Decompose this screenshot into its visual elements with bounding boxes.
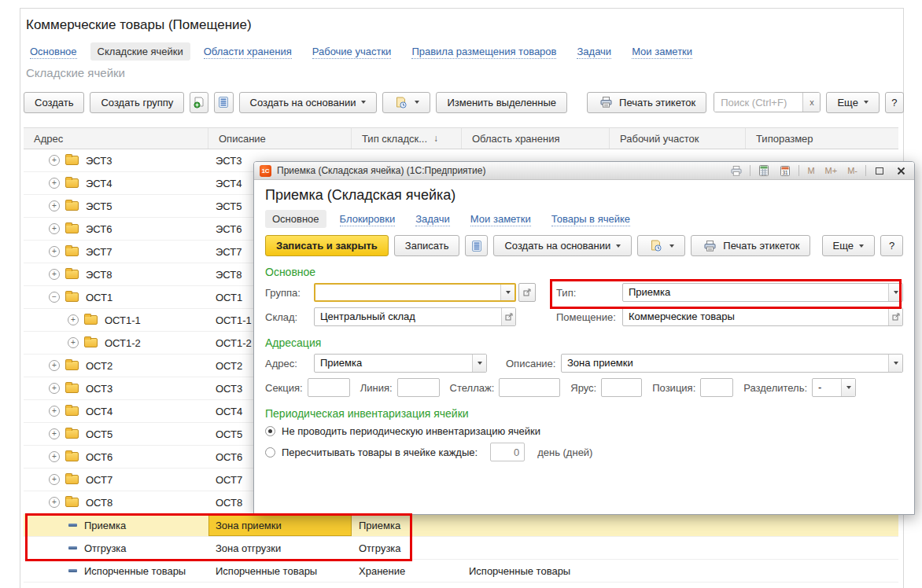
rack-input[interactable] [499,378,560,397]
memory-m-button[interactable]: M [805,166,817,175]
tree-expander-icon[interactable]: + [49,474,60,485]
open-group-button[interactable] [518,283,536,302]
save-and-close-button[interactable]: Записать и закрыть [265,235,389,256]
cell-storage-area[interactable] [462,537,610,559]
cell-description[interactable]: Зона отгрузки [208,537,352,559]
description-field[interactable]: Зона приемки [561,354,903,373]
column-header-description[interactable]: Описание [208,128,352,149]
create-group-button[interactable]: Создать группу [90,92,184,113]
cell-address[interactable]: Испорченные товары [24,560,208,582]
table-row[interactable]: Отгрузка Зона отгрузки Отгрузка [24,537,898,560]
tab-skladskie-yachejki[interactable]: Складские ячейки [90,42,190,61]
cell-address[interactable]: Приемка [24,514,208,536]
dropdown-button[interactable] [888,284,902,301]
cell-size[interactable] [746,514,898,536]
column-header-work-area[interactable]: Рабочий участок [610,128,746,149]
search-input[interactable] [714,93,802,112]
cell-address[interactable]: + ОСТ4 [24,400,208,422]
tree-expander-icon[interactable]: − [49,292,60,303]
cell-address[interactable]: + ОСТ7 [24,469,208,491]
cell-work-area[interactable] [610,537,746,559]
help-button[interactable]: ? [885,92,904,113]
cell-address[interactable]: + ОСТ2 [24,355,208,377]
tree-expander-icon[interactable]: + [49,269,60,280]
open-button[interactable] [888,308,902,325]
cell-address[interactable]: + ЭСТ5 [24,195,208,217]
cell-address[interactable]: + ЭСТ3 [24,149,208,171]
change-selected-button[interactable]: Изменить выделенные [436,92,567,113]
position-input[interactable] [700,378,733,397]
tree-expander-icon[interactable]: + [49,200,60,211]
memory-m-minus-button[interactable]: M- [845,166,860,175]
tree-expander-icon[interactable]: + [68,337,79,348]
dlg-tab-tovary-v-yachejke[interactable]: Товары в ячейке [544,210,637,228]
close-button[interactable] [893,164,909,178]
separator-field[interactable]: - [812,378,856,397]
tree-expander-icon[interactable]: + [49,406,60,417]
group-field[interactable] [314,283,516,302]
calendar-button[interactable]: 31 [777,164,793,178]
cell-work-area[interactable] [610,560,746,582]
dropdown-button[interactable] [472,355,486,372]
create-based-on-button[interactable]: Создать на основании [493,235,632,256]
memory-m-plus-button[interactable]: M+ [823,166,840,175]
tab-pravila-razmeshcheniya[interactable]: Правила размещения товаров [404,42,563,61]
help-button[interactable]: ? [880,235,903,256]
cell-storage-area[interactable] [462,514,610,536]
dlg-tab-blokirovki[interactable]: Блокировки [333,210,403,228]
print-labels-button[interactable]: Печать этикеток [587,92,706,113]
tab-osnovnoe[interactable]: Основное [23,42,84,61]
line-input[interactable] [397,378,440,397]
cell-address[interactable]: + ОСТ3 [24,377,208,399]
section-input[interactable] [308,378,350,397]
cell-address[interactable]: Отгрузка [24,537,208,559]
search-clear-button[interactable]: x [802,93,820,112]
print-preview-button[interactable] [728,164,744,178]
tier-input[interactable] [601,378,642,397]
cell-address[interactable]: + ОСТ1-1 [24,309,208,331]
dlg-tab-zadachi[interactable]: Задачи [408,210,457,228]
cell-address[interactable]: + ЭСТ8 [24,263,208,285]
list-settings-button[interactable] [465,235,488,256]
column-header-type[interactable]: Тип складск...↓ [352,128,462,149]
more-button[interactable]: Еще [822,235,875,256]
dlg-tab-osnovnoe[interactable]: Основное [265,210,326,228]
type-field[interactable]: Приемка [622,283,903,302]
dropdown-button[interactable] [500,285,514,300]
cell-address[interactable]: + ОСТ1-2 [24,332,208,354]
more-button[interactable]: Еще [826,92,879,113]
table-row[interactable]: Приемка Зона приемки Приемка [24,514,898,537]
cell-type[interactable]: Хранение [352,560,462,582]
create-by-copy-button[interactable] [190,92,208,113]
cell-type[interactable]: Приемка [352,514,462,536]
dropdown-button[interactable] [888,355,902,372]
document-history-button[interactable] [637,235,685,256]
cell-description[interactable]: Испорченные товары [208,560,352,582]
tree-expander-icon[interactable]: + [49,178,60,189]
dialog-titlebar[interactable]: 1С Приемка (Складская ячейка) (1С:Предпр… [254,162,914,180]
document-history-button[interactable] [382,92,430,113]
tree-expander-icon[interactable]: + [49,451,60,462]
tab-zadachi[interactable]: Задачи [570,42,618,61]
tab-oblasti-hraneniya[interactable]: Области хранения [197,42,299,61]
room-field[interactable]: Коммерческие товары [622,307,903,326]
cell-address[interactable]: + ОСТ8 [24,491,208,513]
cell-address[interactable]: + ЭСТ4 [24,172,208,194]
cell-description[interactable]: Зона приемки [208,514,352,536]
cell-size[interactable] [746,537,898,559]
create-based-on-button[interactable]: Создать на основании [239,92,378,113]
cell-size[interactable] [746,560,898,582]
tree-expander-icon[interactable]: + [68,314,79,325]
cell-work-area[interactable] [610,514,746,536]
print-labels-button[interactable]: Печать этикеток [691,235,810,256]
tree-expander-icon[interactable]: + [49,360,60,371]
cell-address[interactable]: + ЭСТ6 [24,218,208,240]
tree-expander-icon[interactable]: + [49,155,60,166]
cell-address[interactable]: + ОСТ5 [24,423,208,445]
cell-type[interactable]: Отгрузка [352,537,462,559]
maximize-button[interactable] [872,164,887,178]
address-field[interactable]: Приемка [314,354,487,373]
cell-storage-area[interactable]: Испорченные товары [462,560,610,582]
tree-expander-icon[interactable]: + [49,428,60,439]
list-settings-button[interactable] [214,92,233,113]
